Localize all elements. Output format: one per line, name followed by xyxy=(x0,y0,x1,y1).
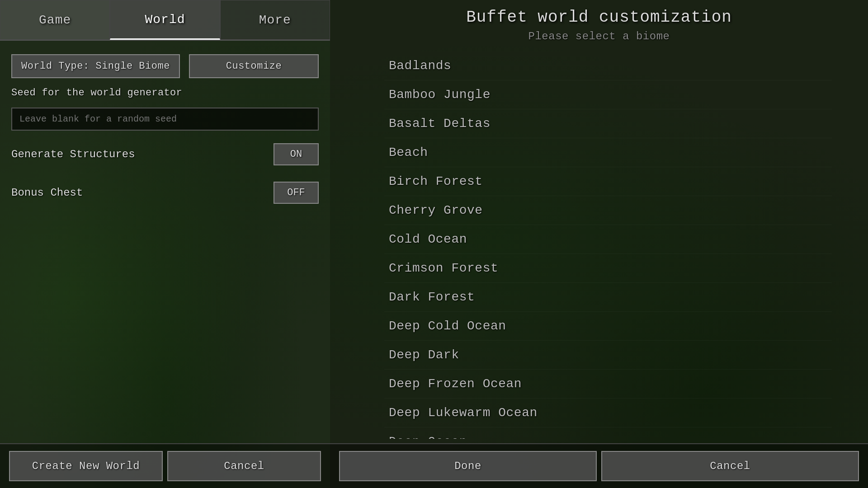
biome-list-item[interactable]: Bamboo Jungle xyxy=(384,80,832,109)
customize-button[interactable]: Customize xyxy=(189,54,319,78)
generate-structures-row: Generate Structures ON xyxy=(11,140,319,169)
tab-more[interactable]: More xyxy=(220,0,330,40)
biome-list-item[interactable]: Badlands xyxy=(384,52,832,80)
biome-list-item[interactable]: Beach xyxy=(384,138,832,167)
right-panel: Buffet world customization Please select… xyxy=(330,0,868,488)
right-header: Buffet world customization Please select… xyxy=(330,0,868,47)
biome-list-item[interactable]: Cherry Grove xyxy=(384,196,832,225)
left-bottom-bar: Create New World Cancel xyxy=(0,443,330,488)
biome-list-container: BadlandsBamboo JungleBasalt DeltasBeachB… xyxy=(330,47,868,443)
buffet-title: Buffet world customization xyxy=(330,8,868,27)
create-world-button[interactable]: Create New World xyxy=(9,451,163,481)
seed-label: Seed for the world generator xyxy=(11,87,319,99)
tab-world[interactable]: World xyxy=(110,0,220,40)
bonus-chest-toggle[interactable]: OFF xyxy=(274,182,319,204)
biome-list-item[interactable]: Deep Dark xyxy=(384,341,832,370)
biome-subtitle: Please select a biome xyxy=(330,30,868,42)
done-button[interactable]: Done xyxy=(339,451,597,481)
biome-list-item[interactable]: Dark Forest xyxy=(384,283,832,312)
tab-game[interactable]: Game xyxy=(0,0,110,40)
left-panel: Game World More World Type: Single Biome… xyxy=(0,0,330,488)
biome-list-item[interactable]: Basalt Deltas xyxy=(384,109,832,138)
left-cancel-button[interactable]: Cancel xyxy=(167,451,321,481)
left-content: World Type: Single Biome Customize Seed … xyxy=(0,41,330,443)
generate-structures-label: Generate Structures xyxy=(11,148,135,160)
biome-list-item[interactable]: Birch Forest xyxy=(384,167,832,196)
generate-structures-toggle[interactable]: ON xyxy=(274,143,319,165)
biome-list-item[interactable]: Deep Ocean xyxy=(384,427,832,439)
biome-list-item[interactable]: Deep Lukewarm Ocean xyxy=(384,399,832,427)
biome-list: BadlandsBamboo JungleBasalt DeltasBeachB… xyxy=(330,52,868,439)
biome-list-item[interactable]: Cold Ocean xyxy=(384,225,832,254)
right-bottom-bar: Done Cancel xyxy=(330,443,868,488)
tab-bar: Game World More xyxy=(0,0,330,41)
biome-list-item[interactable]: Deep Cold Ocean xyxy=(384,312,832,341)
biome-list-item[interactable]: Crimson Forest xyxy=(384,254,832,283)
seed-input[interactable] xyxy=(11,108,319,131)
world-type-button[interactable]: World Type: Single Biome xyxy=(11,54,180,78)
world-type-row: World Type: Single Biome Customize xyxy=(11,54,319,78)
bonus-chest-row: Bonus Chest OFF xyxy=(11,178,319,207)
bonus-chest-label: Bonus Chest xyxy=(11,187,83,199)
biome-list-item[interactable]: Deep Frozen Ocean xyxy=(384,370,832,399)
right-cancel-button[interactable]: Cancel xyxy=(601,451,859,481)
